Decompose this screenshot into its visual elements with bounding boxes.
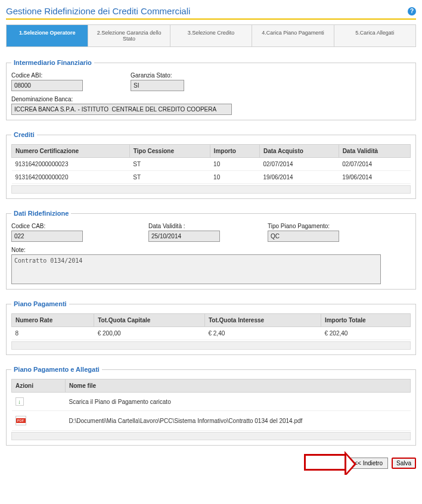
- step-2[interactable]: 2.Selezione Garanzia dello Stato: [88, 25, 170, 46]
- crediti-header: Tipo Cessione: [129, 145, 210, 158]
- data-validita-input[interactable]: [148, 231, 220, 242]
- table-row[interactable]: 9131642000000020 ST 10 19/06/2014 19/06/…: [12, 171, 411, 184]
- allegati-header: Nome file: [66, 379, 411, 393]
- garanzia-label: Garanzia Stato:: [131, 72, 184, 79]
- crediti-legend: Crediti: [11, 131, 37, 138]
- cab-label: Codice CAB:: [11, 223, 83, 229]
- annotation-arrow: [304, 454, 346, 471]
- download-icon[interactable]: [15, 397, 24, 406]
- crediti-section: Crediti Numero Certificazione Tipo Cessi…: [6, 131, 416, 199]
- cab-input[interactable]: [11, 231, 83, 242]
- allegati-table: Azioni Nome file Scarica il Piano di Pag…: [11, 379, 411, 431]
- crediti-header: Data Acquisto: [260, 145, 339, 158]
- table-row: Scarica il Piano di Pagamento caricato: [12, 393, 411, 411]
- table-row: D:\Documenti\Mia Cartella\Lavoro\PCC\Sis…: [12, 411, 411, 431]
- pagamenti-legend: Piano Pagamenti: [11, 300, 69, 307]
- crediti-table: Numero Certificazione Tipo Cessione Impo…: [11, 144, 411, 184]
- tipo-piano-label: Tipo Piano Pagamento:: [268, 223, 339, 229]
- denom-label: Denominazione Banca:: [11, 96, 411, 102]
- step-1[interactable]: 1.Selezione Operatore: [7, 25, 88, 46]
- table-row[interactable]: 8 € 200,00 € 2,40 € 202,40: [12, 327, 411, 340]
- pagamenti-section: Piano Pagamenti Numero Rate Tot.Quota Ca…: [6, 300, 416, 355]
- horizontal-scrollbar[interactable]: [11, 341, 411, 350]
- pagamenti-header: Importo Totale: [321, 314, 410, 327]
- note-textarea[interactable]: [11, 254, 381, 284]
- crediti-header: Importo: [210, 145, 259, 158]
- crediti-header: Numero Certificazione: [12, 145, 130, 158]
- garanzia-input[interactable]: [131, 80, 184, 91]
- page-title: Gestione Ridefinizione dei Crediti Comme…: [6, 6, 190, 16]
- step-4[interactable]: 4.Carica Piano Pagamenti: [252, 25, 334, 46]
- pagamenti-header: Numero Rate: [12, 314, 94, 327]
- table-row[interactable]: 9131642000000023 ST 10 02/07/2014 02/07/…: [12, 158, 411, 171]
- file-name: D:\Documenti\Mia Cartella\Lavoro\PCC\Sis…: [66, 411, 411, 431]
- pdf-icon[interactable]: [15, 416, 26, 425]
- codice-abi-label: Codice ABI:: [11, 72, 83, 79]
- footer-actions: << Indietro Salva: [6, 458, 416, 469]
- intermediario-section: Intermediario Finanziario Codice ABI: Ga…: [6, 59, 416, 120]
- file-name: Scarica il Piano di Pagamento caricato: [66, 393, 411, 411]
- allegati-section: Piano Pagamento e Allegati Azioni Nome f…: [6, 366, 416, 446]
- crediti-header: Data Validità: [339, 145, 410, 158]
- help-icon[interactable]: ?: [408, 7, 416, 15]
- save-button[interactable]: Salva: [392, 458, 416, 469]
- ridef-legend: Dati Ridefinizione: [11, 210, 71, 217]
- pagamenti-header: Tot.Quota Interesse: [204, 314, 321, 327]
- pagamenti-header: Tot.Quota Capitale: [94, 314, 205, 327]
- steps-nav: 1.Selezione Operatore 2.Selezione Garanz…: [6, 24, 416, 47]
- step-5[interactable]: 5.Carica Allegati: [334, 25, 415, 46]
- allegati-legend: Piano Pagamento e Allegati: [11, 366, 102, 373]
- horizontal-scrollbar[interactable]: [11, 185, 411, 194]
- denom-input[interactable]: [11, 104, 232, 115]
- back-button[interactable]: << Indietro: [349, 458, 388, 469]
- intermediario-legend: Intermediario Finanziario: [11, 59, 94, 66]
- codice-abi-input[interactable]: [11, 80, 83, 91]
- note-label: Note:: [11, 247, 411, 253]
- ridefinizione-section: Dati Ridefinizione Codice CAB: Data Vali…: [6, 210, 416, 290]
- tipo-piano-input[interactable]: [268, 231, 339, 242]
- step-3[interactable]: 3.Selezione Credito: [170, 25, 252, 46]
- allegati-header: Azioni: [12, 379, 66, 393]
- horizontal-scrollbar[interactable]: [11, 432, 411, 440]
- pagamenti-table: Numero Rate Tot.Quota Capitale Tot.Quota…: [11, 313, 411, 340]
- data-validita-label: Data Validità :: [148, 223, 220, 229]
